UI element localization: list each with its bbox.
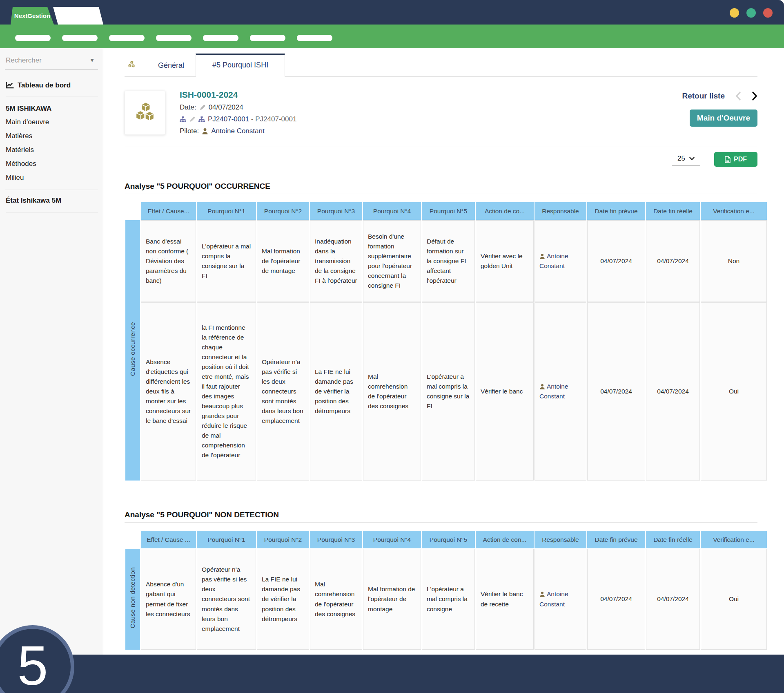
record-id: ISH-0001-2024 [180,90,296,100]
nav-pill[interactable] [15,35,51,41]
search-input[interactable]: Rechercher ▼ [5,54,98,70]
row-group-label: Cause occurrence [125,220,140,481]
cell-action: Vérifier le banc [476,302,534,481]
red-dot-icon[interactable] [763,8,773,18]
page-size-select[interactable]: 25 [672,153,700,166]
cell-action: Vérifier le banc de recette [476,549,534,650]
col-header: Pourquoi N°3 [310,531,362,548]
back-to-list-link[interactable]: Retour liste [682,92,725,101]
cell-responsable: Antoine Constant [535,302,586,481]
table-row: Cause non detection Absence d'un gabarit… [125,549,767,650]
brand-tab[interactable]: NextGestion [11,7,54,25]
person-icon [539,253,545,259]
sidebar-item-materiels[interactable]: Matériels [6,143,98,157]
tab-5-pourquoi-ishi[interactable]: #5 Pourquoi ISHI [196,54,285,77]
pilot-name-link[interactable]: Antoine Constant [211,127,264,135]
sidebar-item-etat-ishikawa[interactable]: État Ishikawa 5M [6,197,98,212]
pdf-export-button[interactable]: PDF [714,152,757,167]
nav-pill[interactable] [297,35,332,41]
cell-why5: L'opérateur a mal compris la consigne [422,549,475,650]
yellow-dot-icon[interactable] [730,8,739,18]
cell-verification: Oui [701,549,767,650]
cubes-icon [127,60,136,69]
main-doeuvre-button[interactable]: Main d'Oeuvre [690,110,757,127]
cell-why4: Besoin d'une formation supplémentaire po… [363,220,421,302]
pdf-button-label: PDF [734,156,747,163]
cell-why1: la FI mentionne la référence de chaque c… [197,302,256,481]
sidebar-item-dashboard[interactable]: Tableau de bord [6,81,98,96]
cell-why4: Mal comrehension de l'opérateur des cons… [363,302,421,481]
cell-effect: Absence d'un gabarit qui permet de fixer… [141,549,196,650]
table-row: Cause occurrence Banc d'essai non confor… [125,220,767,302]
tab-general[interactable]: Général [147,55,196,76]
main-nav-bar [0,25,784,48]
col-header: Action de co... [476,202,534,220]
sidebar-item-matieres[interactable]: Matières [6,129,98,143]
divider [125,147,757,147]
record-header: ISH-0001-2024 Date: 04/07/2024 [125,91,757,135]
col-header: Verification e... [701,531,767,548]
col-header: Pourquoi N°2 [257,531,309,548]
table-header-row: Effet / Cause ... Pourquoi N°1 Pourquoi … [125,531,767,548]
person-icon [202,128,208,134]
table-row: Absence d'etiquettes qui différencient l… [125,302,767,481]
five-why-table-non-detection: Effet / Cause ... Pourquoi N°1 Pourquoi … [125,530,768,650]
cell-why2: Opérateur n'a pas vérifie si les deux co… [257,302,309,481]
section-title-occurrence: Analyse "5 POURQUOI" OCCURRENCE [125,182,757,191]
top-bar: NextGestion [0,0,784,25]
sidebar-section-5m-ishikawa: 5M ISHIKAWA [6,105,98,113]
nav-pill[interactable] [203,35,238,41]
cell-effect: Banc d'essai non conforme ( Déviation de… [141,220,196,302]
chevron-right-icon[interactable] [752,92,757,101]
col-header: Responsable [535,202,586,220]
cell-date-actual: 04/07/2024 [646,549,700,650]
window-controls [730,8,773,18]
cell-why3: La FIE ne lui damande pas de vérifier la… [310,302,362,481]
chevron-left-icon[interactable] [735,92,741,101]
col-header: Pourquoi N°2 [257,202,309,220]
sidebar: Rechercher ▼ Tableau de bord 5M ISHIKAWA… [0,48,103,655]
nav-pill[interactable] [156,35,192,41]
project-separator: - [249,115,255,123]
cell-date-planned: 04/07/2024 [587,220,645,302]
cell-responsable: Antoine Constant [535,220,586,302]
person-icon [539,591,545,597]
col-header: Verification e... [701,202,767,220]
cell-date-planned: 04/07/2024 [587,549,645,650]
cell-date-actual: 04/07/2024 [646,302,700,481]
cell-action: Vérifier avec le golden Unit [476,220,534,302]
col-header: Pourquoi N°5 [422,531,475,548]
project-code-secondary: PJ2407-0001 [255,115,296,123]
secondary-tab-placeholder[interactable] [53,7,103,25]
brand-name: NextGestion [14,12,50,19]
tab-bar: Général #5 Pourquoi ISHI [125,48,757,77]
nav-pill[interactable] [62,35,98,41]
pencil-icon[interactable] [199,104,206,111]
page-size-value: 25 [677,154,685,163]
table-header-row: Effet / Cause... Pourquoi N°1 Pourquoi N… [125,202,767,220]
sidebar-item-main-doeuvre[interactable]: Main d'oeuvre [6,115,98,129]
green-dot-icon[interactable] [746,8,756,18]
col-header: Effet / Cause... [141,202,196,220]
chart-line-icon [6,82,14,89]
col-header: Date fin réelle [646,202,700,220]
chevron-down-icon [689,157,695,161]
cell-date-planned: 04/07/2024 [587,302,645,481]
caret-down-icon: ▼ [89,57,95,63]
sidebar-divider [5,190,98,190]
table-controls: 25 PDF [125,152,757,167]
nav-pill[interactable] [109,35,145,41]
project-link[interactable]: PJ2407-0001 [208,115,249,123]
cell-why2: La FIE ne lui damande pas de vérifier la… [257,549,309,650]
search-placeholder: Rechercher [6,56,42,64]
pencil-icon[interactable] [189,116,196,123]
file-pdf-icon [725,156,731,163]
sidebar-item-milieu[interactable]: Milieu [6,171,98,185]
nav-pill[interactable] [250,35,285,41]
section-title-non-detection: Analyse "5 POURQUOI" NON DETECTION [125,510,757,519]
cell-effect: Absence d'etiquettes qui différencient l… [141,302,196,481]
col-header: Pourquoi N°1 [197,531,256,548]
sidebar-item-methodes[interactable]: Méthodes [6,157,98,171]
col-header: Date fin prévue [587,202,645,220]
cell-why1: Opérateur n'a pas vérifie si les deux co… [197,549,256,650]
